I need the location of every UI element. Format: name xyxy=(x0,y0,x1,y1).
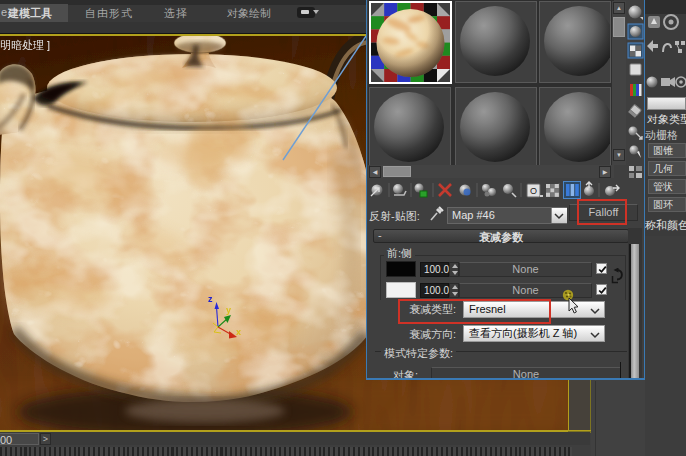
svg-text:O: O xyxy=(530,186,537,196)
svg-text:y: y xyxy=(226,305,231,315)
svg-text:x: x xyxy=(236,327,241,337)
svg-text:z: z xyxy=(208,294,213,304)
